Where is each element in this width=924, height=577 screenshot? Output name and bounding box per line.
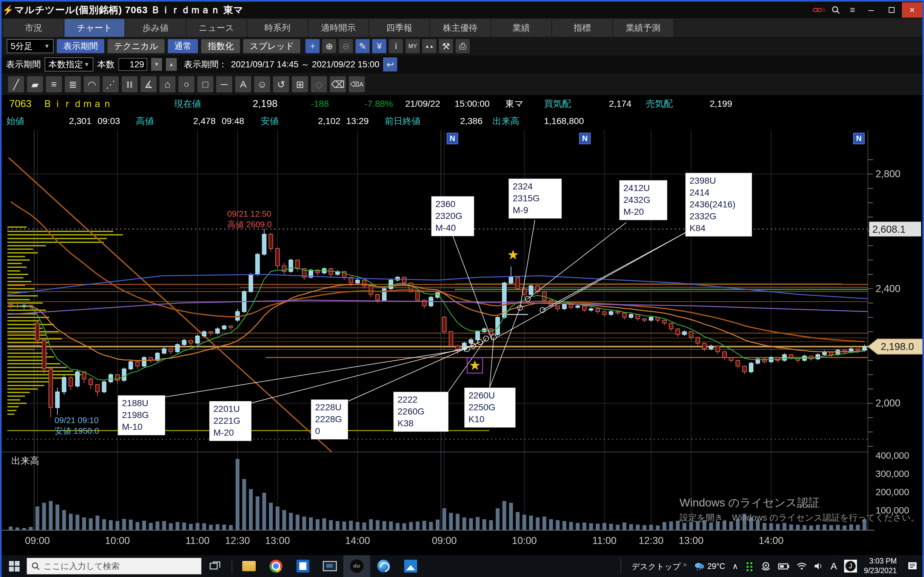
four-lines-tool-icon[interactable]: ≣ (65, 76, 81, 92)
reset-period-button[interactable]: ↩ (383, 57, 397, 71)
trade-annotation-box[interactable]: 2201U2221GM-20 (209, 401, 252, 441)
trade-annotation-box[interactable]: 2188U2198GM-10 (118, 395, 165, 435)
trade-annotation-box[interactable]: 22222260GK38 (393, 392, 449, 432)
link-icon[interactable]: 1 (811, 3, 827, 17)
close-button[interactable]: × (902, 2, 922, 18)
taskbar-clock[interactable]: 3:03 PM 9/23/2021 (864, 556, 897, 576)
parallel-ruler-tool-icon[interactable]: ▰ (27, 76, 43, 92)
count-mode-select[interactable]: 本数指定 ▼ (45, 57, 94, 71)
three-lines-tool-icon[interactable]: ≡ (46, 76, 62, 92)
audio-app-icon-button[interactable]: ılıı (343, 555, 370, 577)
wifi-tray-icon[interactable] (796, 562, 807, 570)
pentagon-tool-icon[interactable]: ⌂ (160, 76, 176, 92)
horizontal-line-tool-icon[interactable]: ─ (216, 76, 232, 92)
yen-icon[interactable]: ¥ (372, 39, 386, 53)
media-player-icon-button[interactable] (370, 555, 397, 577)
ray-fan-tool-icon[interactable]: ∡ (141, 76, 157, 92)
folder-icon-button[interactable] (236, 555, 262, 577)
desktop-toolbar[interactable]: デスクトップ » (632, 560, 687, 572)
pushpin-icon[interactable]: ⚡ (2, 5, 15, 15)
taskbar-search-input[interactable]: ここに入力して検索 (27, 558, 202, 574)
my-chart-icon[interactable]: MY (405, 39, 420, 53)
star-marker[interactable]: ★ (469, 358, 481, 373)
zoom-out-icon[interactable]: ⊖ (339, 39, 353, 53)
menu-icon[interactable]: ≡ (844, 3, 861, 17)
info-icon[interactable]: i (389, 39, 403, 53)
ime-mode-a[interactable]: A (830, 561, 837, 572)
trade-annotation-box[interactable]: 23602320GM-40 (431, 196, 474, 236)
minimize-button[interactable]: – (861, 2, 881, 18)
annotation-line: 2201U (213, 403, 247, 415)
tab-業績[interactable]: 業績 (491, 19, 551, 37)
pen-icon[interactable]: ✎ (355, 39, 370, 53)
tab-チャート[interactable]: チャート (65, 19, 124, 37)
tab-適時開示[interactable]: 適時開示 (309, 19, 368, 37)
chrome-icon-button[interactable] (262, 555, 289, 577)
battery-tray-icon[interactable] (778, 562, 790, 570)
restore-button[interactable] (881, 2, 902, 18)
price-chart-canvas[interactable]: ★★NNN2,8002,4002,0002,608.12,198.0400,00… (2, 130, 922, 555)
tab-bar: 市況チャート歩み値ニュース時系列適時開示四季報株主優待業績指標業績予測 (2, 18, 922, 37)
trade-annotation-box[interactable]: 2412U2432GM-20 (619, 180, 667, 220)
tab-株主優待[interactable]: 株主優待 (430, 19, 490, 37)
camera-tray-icon[interactable] (761, 561, 771, 571)
start-button[interactable] (2, 555, 27, 577)
count-down-button[interactable]: ▼ (151, 58, 162, 71)
screenshare-icon-button[interactable] (317, 555, 343, 577)
toolbar-button-指数化[interactable]: 指数化 (201, 39, 240, 53)
tab-四季報[interactable]: 四季報 (369, 19, 429, 37)
toolbar-button-表示期間[interactable]: 表示期間 (57, 39, 104, 53)
tab-時系列[interactable]: 時系列 (247, 19, 307, 37)
notification-center-icon[interactable] (907, 561, 918, 571)
volume-bar (509, 503, 513, 530)
tab-市況[interactable]: 市況 (3, 19, 63, 37)
mail-icon-button[interactable] (289, 555, 317, 577)
tab-指標[interactable]: 指標 (552, 19, 612, 37)
speaker-tray-icon[interactable] (814, 562, 824, 571)
chart-area[interactable]: ★★NNN2,8002,4002,0002,608.12,198.0400,00… (2, 130, 922, 555)
trade-annotation-box[interactable]: 2260U2250GK10 (464, 388, 515, 428)
star-marker[interactable]: ★ (507, 247, 519, 262)
trade-annotation-box[interactable]: 23242315GM-9 (509, 179, 562, 219)
copy-object-tool-icon[interactable]: ⊞ (292, 76, 308, 92)
trade-annotation-box[interactable]: 2398U24142436(2416)2332GK84 (685, 173, 752, 237)
wrench-icon[interactable]: ⚒ (439, 39, 453, 53)
overflow-icon[interactable]: » (683, 560, 687, 568)
count-up-button[interactable]: ▲ (166, 58, 177, 71)
trade-annotation-box[interactable]: 2228U2228G0 (311, 400, 348, 440)
candle-body (576, 306, 580, 307)
hand-select-tool-icon[interactable]: ◇ (311, 76, 327, 92)
weather-widget[interactable]: 29°C (694, 562, 725, 571)
trendline-tool-icon[interactable]: ╱ (8, 76, 24, 92)
vertical-lines-tool-icon[interactable]: ∥∥ (121, 76, 137, 92)
mountain-chart-icon[interactable]: ▲▲ (422, 39, 436, 53)
tab-業績予測[interactable]: 業績予測 (613, 19, 673, 37)
tab-歩み値[interactable]: 歩み値 (126, 19, 186, 37)
search-icon[interactable] (827, 3, 844, 17)
led-grid-tray-icon[interactable] (745, 561, 754, 572)
timeframe-select[interactable]: 5分足 ▼ (7, 39, 53, 53)
prev-close-label: 前日終値 (384, 113, 421, 130)
fan-line-tool-icon[interactable]: ⋰ (103, 76, 119, 92)
quote-row-secondary: 始値 2,301 09:03 高値 2,478 09:48 安値 2,102 1… (2, 113, 922, 130)
circle-tool-icon[interactable]: ○ (178, 76, 194, 92)
zoom-in-icon[interactable]: ⊕ (322, 39, 336, 53)
time-rotate-tool-icon[interactable]: ↺ (273, 76, 289, 92)
eraser-tool-icon[interactable]: ⌫ (330, 76, 346, 92)
printer-icon[interactable]: ⎙ (456, 39, 470, 53)
text-tool-icon[interactable]: A (235, 76, 251, 92)
ime-mode-button[interactable]: J (844, 560, 857, 572)
eraser-text-tool-icon[interactable]: ⌫A (349, 76, 365, 92)
toolbar-button-通常[interactable]: 通常 (168, 39, 198, 53)
bar-count-input[interactable]: 129 (118, 58, 147, 71)
rectangle-tool-icon[interactable]: □ (197, 76, 213, 92)
photos-icon-button[interactable] (397, 555, 424, 577)
toolbar-button-テクニカル[interactable]: テクニカル (107, 39, 165, 53)
tab-ニュース[interactable]: ニュース (186, 19, 246, 37)
toolbar-button-スプレッド[interactable]: スプレッド (243, 39, 300, 53)
icon-stamp-tool-icon[interactable]: ☺ (254, 76, 270, 92)
fib-arc-tool-icon[interactable]: ◠ (84, 76, 100, 92)
add-chart-icon[interactable]: + (305, 39, 320, 53)
tray-chevron-up[interactable]: ∧ (732, 562, 738, 571)
task-view-button[interactable] (202, 555, 228, 577)
